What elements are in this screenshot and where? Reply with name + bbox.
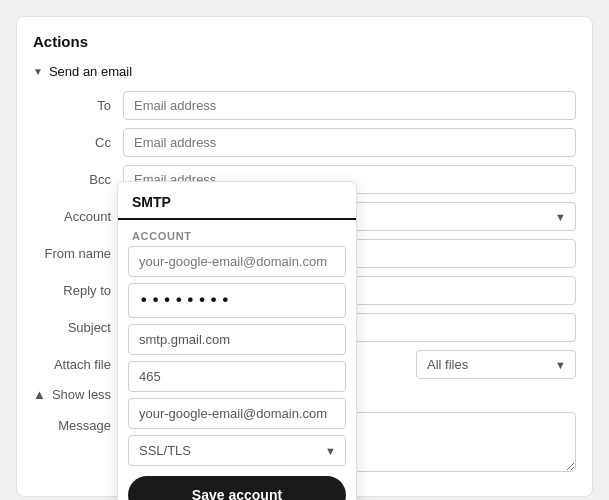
reply-to-label: Reply to [33,283,123,298]
popup-security-select[interactable]: SSL/TLS STARTTLS None [128,435,346,466]
show-less-label: Show less [52,387,111,402]
popup-port-input[interactable] [128,361,346,392]
popup-email-field [128,246,346,277]
page-title: Actions [33,33,576,50]
cc-label: Cc [33,135,123,150]
cc-input[interactable] [123,128,576,157]
bcc-label: Bcc [33,172,123,187]
popup-password-field [128,283,346,318]
section-header: ▼ Send an email [33,64,576,79]
from-name-label: From name [33,246,123,261]
to-row: To [33,91,576,120]
popup-host-input[interactable] [128,324,346,355]
section-chevron-icon: ▼ [33,66,43,77]
popup-header: SMTP [118,182,356,220]
show-less-chevron-icon: ▲ [33,387,46,402]
smtp-dropdown-popup: SMTP ACCOUNT SSL/TLS STARTTLS None ▼ Sav… [117,181,357,500]
message-label: Message [33,412,123,433]
popup-email-input[interactable] [128,246,346,277]
cc-row: Cc [33,128,576,157]
popup-section-label: ACCOUNT [118,220,356,246]
popup-security-wrapper: SSL/TLS STARTTLS None ▼ [128,435,346,466]
account-label: Account [33,209,123,224]
to-label: To [33,98,123,113]
subject-label: Subject [33,320,123,335]
attach-select[interactable]: All files [416,350,576,379]
save-account-button[interactable]: Save account [128,476,346,500]
popup-password-input[interactable] [128,283,346,318]
attach-select-wrapper: All files ▼ [416,350,576,379]
popup-port-field [128,361,346,392]
popup-from-email-input[interactable] [128,398,346,429]
popup-from-email-field [128,398,346,429]
section-label: Send an email [49,64,132,79]
to-input[interactable] [123,91,576,120]
main-container: Actions ▼ Send an email To Cc Bcc Accoun… [16,16,593,497]
attach-file-label: Attach file [33,357,123,372]
popup-host-field [128,324,346,355]
